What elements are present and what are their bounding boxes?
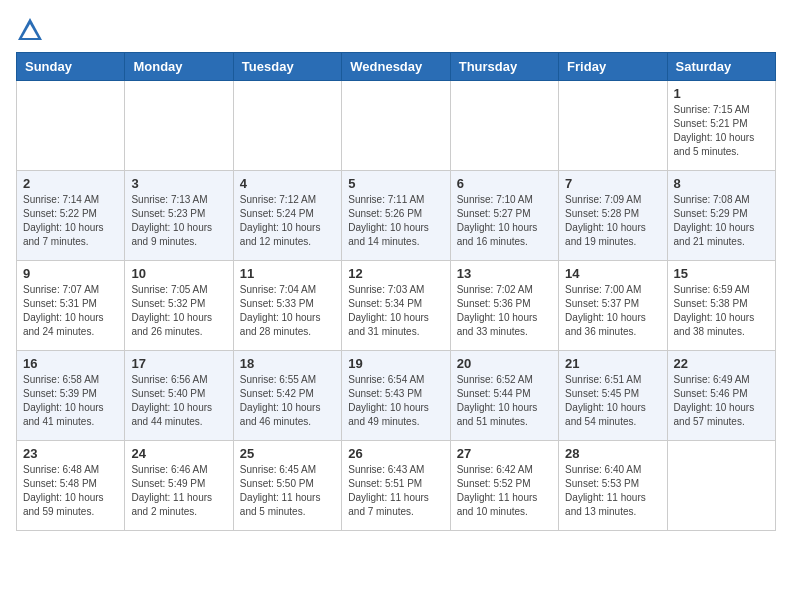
calendar-cell: 11Sunrise: 7:04 AM Sunset: 5:33 PM Dayli… — [233, 261, 341, 351]
calendar-cell: 23Sunrise: 6:48 AM Sunset: 5:48 PM Dayli… — [17, 441, 125, 531]
day-detail: Sunrise: 7:04 AM Sunset: 5:33 PM Dayligh… — [240, 283, 335, 339]
day-detail: Sunrise: 7:00 AM Sunset: 5:37 PM Dayligh… — [565, 283, 660, 339]
day-number: 4 — [240, 176, 335, 191]
day-number: 9 — [23, 266, 118, 281]
calendar-cell: 26Sunrise: 6:43 AM Sunset: 5:51 PM Dayli… — [342, 441, 450, 531]
day-detail: Sunrise: 7:03 AM Sunset: 5:34 PM Dayligh… — [348, 283, 443, 339]
day-detail: Sunrise: 7:05 AM Sunset: 5:32 PM Dayligh… — [131, 283, 226, 339]
day-number: 11 — [240, 266, 335, 281]
calendar-cell: 16Sunrise: 6:58 AM Sunset: 5:39 PM Dayli… — [17, 351, 125, 441]
day-number: 1 — [674, 86, 769, 101]
day-detail: Sunrise: 7:13 AM Sunset: 5:23 PM Dayligh… — [131, 193, 226, 249]
day-number: 12 — [348, 266, 443, 281]
day-detail: Sunrise: 6:45 AM Sunset: 5:50 PM Dayligh… — [240, 463, 335, 519]
calendar-cell: 10Sunrise: 7:05 AM Sunset: 5:32 PM Dayli… — [125, 261, 233, 351]
day-number: 27 — [457, 446, 552, 461]
calendar-cell: 1Sunrise: 7:15 AM Sunset: 5:21 PM Daylig… — [667, 81, 775, 171]
day-number: 5 — [348, 176, 443, 191]
day-detail: Sunrise: 7:02 AM Sunset: 5:36 PM Dayligh… — [457, 283, 552, 339]
calendar-cell: 6Sunrise: 7:10 AM Sunset: 5:27 PM Daylig… — [450, 171, 558, 261]
day-detail: Sunrise: 7:14 AM Sunset: 5:22 PM Dayligh… — [23, 193, 118, 249]
day-detail: Sunrise: 6:48 AM Sunset: 5:48 PM Dayligh… — [23, 463, 118, 519]
calendar-cell: 3Sunrise: 7:13 AM Sunset: 5:23 PM Daylig… — [125, 171, 233, 261]
calendar-cell: 2Sunrise: 7:14 AM Sunset: 5:22 PM Daylig… — [17, 171, 125, 261]
day-detail: Sunrise: 6:59 AM Sunset: 5:38 PM Dayligh… — [674, 283, 769, 339]
calendar-cell — [450, 81, 558, 171]
day-detail: Sunrise: 7:10 AM Sunset: 5:27 PM Dayligh… — [457, 193, 552, 249]
day-detail: Sunrise: 6:55 AM Sunset: 5:42 PM Dayligh… — [240, 373, 335, 429]
calendar-cell — [667, 441, 775, 531]
day-number: 18 — [240, 356, 335, 371]
calendar-cell: 12Sunrise: 7:03 AM Sunset: 5:34 PM Dayli… — [342, 261, 450, 351]
calendar-cell: 25Sunrise: 6:45 AM Sunset: 5:50 PM Dayli… — [233, 441, 341, 531]
calendar-cell: 17Sunrise: 6:56 AM Sunset: 5:40 PM Dayli… — [125, 351, 233, 441]
calendar-cell: 24Sunrise: 6:46 AM Sunset: 5:49 PM Dayli… — [125, 441, 233, 531]
day-number: 7 — [565, 176, 660, 191]
calendar-cell — [559, 81, 667, 171]
calendar-table: SundayMondayTuesdayWednesdayThursdayFrid… — [16, 52, 776, 531]
day-number: 13 — [457, 266, 552, 281]
weekday-header-wednesday: Wednesday — [342, 53, 450, 81]
weekday-header-tuesday: Tuesday — [233, 53, 341, 81]
day-number: 19 — [348, 356, 443, 371]
day-detail: Sunrise: 6:54 AM Sunset: 5:43 PM Dayligh… — [348, 373, 443, 429]
calendar-cell — [17, 81, 125, 171]
calendar-cell: 8Sunrise: 7:08 AM Sunset: 5:29 PM Daylig… — [667, 171, 775, 261]
calendar-cell: 20Sunrise: 6:52 AM Sunset: 5:44 PM Dayli… — [450, 351, 558, 441]
day-detail: Sunrise: 6:40 AM Sunset: 5:53 PM Dayligh… — [565, 463, 660, 519]
logo-icon — [16, 16, 44, 44]
day-number: 6 — [457, 176, 552, 191]
day-number: 2 — [23, 176, 118, 191]
day-number: 22 — [674, 356, 769, 371]
day-number: 17 — [131, 356, 226, 371]
day-detail: Sunrise: 6:49 AM Sunset: 5:46 PM Dayligh… — [674, 373, 769, 429]
day-number: 28 — [565, 446, 660, 461]
calendar-cell: 9Sunrise: 7:07 AM Sunset: 5:31 PM Daylig… — [17, 261, 125, 351]
day-detail: Sunrise: 6:56 AM Sunset: 5:40 PM Dayligh… — [131, 373, 226, 429]
calendar-cell: 5Sunrise: 7:11 AM Sunset: 5:26 PM Daylig… — [342, 171, 450, 261]
day-detail: Sunrise: 7:08 AM Sunset: 5:29 PM Dayligh… — [674, 193, 769, 249]
day-detail: Sunrise: 6:52 AM Sunset: 5:44 PM Dayligh… — [457, 373, 552, 429]
day-number: 14 — [565, 266, 660, 281]
calendar-cell — [233, 81, 341, 171]
calendar-cell: 13Sunrise: 7:02 AM Sunset: 5:36 PM Dayli… — [450, 261, 558, 351]
day-detail: Sunrise: 6:42 AM Sunset: 5:52 PM Dayligh… — [457, 463, 552, 519]
day-detail: Sunrise: 7:11 AM Sunset: 5:26 PM Dayligh… — [348, 193, 443, 249]
calendar-cell: 7Sunrise: 7:09 AM Sunset: 5:28 PM Daylig… — [559, 171, 667, 261]
logo — [16, 16, 48, 44]
weekday-header-sunday: Sunday — [17, 53, 125, 81]
calendar-week-1: 1Sunrise: 7:15 AM Sunset: 5:21 PM Daylig… — [17, 81, 776, 171]
day-number: 8 — [674, 176, 769, 191]
day-detail: Sunrise: 6:46 AM Sunset: 5:49 PM Dayligh… — [131, 463, 226, 519]
day-detail: Sunrise: 6:43 AM Sunset: 5:51 PM Dayligh… — [348, 463, 443, 519]
calendar-week-3: 9Sunrise: 7:07 AM Sunset: 5:31 PM Daylig… — [17, 261, 776, 351]
day-number: 21 — [565, 356, 660, 371]
day-number: 10 — [131, 266, 226, 281]
calendar-cell: 21Sunrise: 6:51 AM Sunset: 5:45 PM Dayli… — [559, 351, 667, 441]
calendar-week-2: 2Sunrise: 7:14 AM Sunset: 5:22 PM Daylig… — [17, 171, 776, 261]
day-detail: Sunrise: 7:09 AM Sunset: 5:28 PM Dayligh… — [565, 193, 660, 249]
day-number: 20 — [457, 356, 552, 371]
weekday-header-saturday: Saturday — [667, 53, 775, 81]
weekday-header-thursday: Thursday — [450, 53, 558, 81]
day-number: 23 — [23, 446, 118, 461]
day-detail: Sunrise: 7:15 AM Sunset: 5:21 PM Dayligh… — [674, 103, 769, 159]
day-number: 24 — [131, 446, 226, 461]
calendar-cell: 22Sunrise: 6:49 AM Sunset: 5:46 PM Dayli… — [667, 351, 775, 441]
weekday-header-friday: Friday — [559, 53, 667, 81]
calendar-week-4: 16Sunrise: 6:58 AM Sunset: 5:39 PM Dayli… — [17, 351, 776, 441]
calendar-cell: 15Sunrise: 6:59 AM Sunset: 5:38 PM Dayli… — [667, 261, 775, 351]
day-number: 26 — [348, 446, 443, 461]
day-number: 25 — [240, 446, 335, 461]
calendar-cell — [342, 81, 450, 171]
day-detail: Sunrise: 6:51 AM Sunset: 5:45 PM Dayligh… — [565, 373, 660, 429]
day-detail: Sunrise: 6:58 AM Sunset: 5:39 PM Dayligh… — [23, 373, 118, 429]
calendar-cell: 14Sunrise: 7:00 AM Sunset: 5:37 PM Dayli… — [559, 261, 667, 351]
day-number: 3 — [131, 176, 226, 191]
day-detail: Sunrise: 7:07 AM Sunset: 5:31 PM Dayligh… — [23, 283, 118, 339]
calendar-cell: 18Sunrise: 6:55 AM Sunset: 5:42 PM Dayli… — [233, 351, 341, 441]
calendar-cell: 4Sunrise: 7:12 AM Sunset: 5:24 PM Daylig… — [233, 171, 341, 261]
day-detail: Sunrise: 7:12 AM Sunset: 5:24 PM Dayligh… — [240, 193, 335, 249]
calendar-cell: 19Sunrise: 6:54 AM Sunset: 5:43 PM Dayli… — [342, 351, 450, 441]
calendar-week-5: 23Sunrise: 6:48 AM Sunset: 5:48 PM Dayli… — [17, 441, 776, 531]
